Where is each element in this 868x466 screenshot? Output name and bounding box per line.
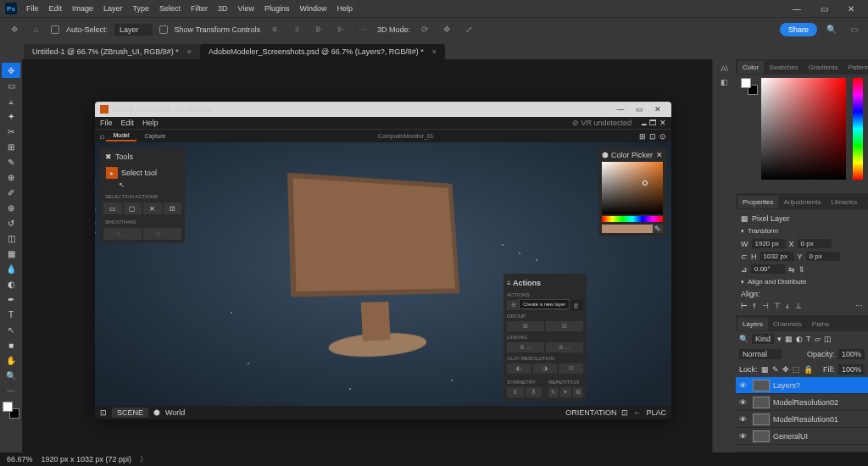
close-button[interactable]: ✕ <box>839 1 863 16</box>
menu-help[interactable]: Help <box>333 3 358 14</box>
edit-toolbar[interactable]: ⋯ <box>2 383 20 398</box>
crop-tool[interactable]: ✂ <box>2 124 20 139</box>
color-tab[interactable]: Color <box>737 61 764 74</box>
filter-icon[interactable]: ◐ <box>796 335 803 343</box>
eraser-tool[interactable]: ◫ <box>2 230 20 246</box>
channels-tab[interactable]: Channels <box>768 318 807 330</box>
color-swatch[interactable] <box>3 402 19 419</box>
lasso-tool[interactable]: ⟁ <box>2 93 20 108</box>
more-icon[interactable]: ⋯ <box>355 22 370 37</box>
zoom-level[interactable]: 66.67% <box>7 455 33 463</box>
x-input[interactable]: 0 px <box>798 239 832 248</box>
filter-icon[interactable]: ▱ <box>815 335 821 343</box>
home-icon[interactable]: ⌂ <box>29 22 44 37</box>
y-input[interactable]: 0 px <box>806 252 840 261</box>
wand-tool[interactable]: ✦ <box>2 108 20 124</box>
minimize-button[interactable]: — <box>785 1 809 16</box>
stamp-tool[interactable]: ⊛ <box>2 200 20 215</box>
history-tab[interactable]: History <box>862 196 868 208</box>
menu-window[interactable]: Window <box>296 3 331 14</box>
heal-tool[interactable]: ⊕ <box>2 169 20 185</box>
transform-section[interactable]: Transform <box>741 225 863 237</box>
align-icon[interactable]: ⊣ <box>762 302 769 310</box>
canvas[interactable]: Adobe Substance 3D Modeler — ▭ ✕ File Ed… <box>22 59 712 452</box>
align-icon[interactable]: ⊤ <box>774 302 781 310</box>
patterns-tab[interactable]: Patterns <box>843 61 869 74</box>
adjustments-tab[interactable]: Adjustments <box>778 196 826 208</box>
hue-slider[interactable] <box>853 78 863 180</box>
filter-icon[interactable]: T <box>806 335 811 343</box>
align-section[interactable]: Align and Distribute <box>741 275 863 288</box>
swatches-tab[interactable]: Swatches <box>764 61 804 74</box>
para-panel-icon[interactable]: ◧ <box>721 78 728 86</box>
share-button[interactable]: Share <box>780 23 817 36</box>
libraries-tab[interactable]: Libraries <box>826 196 863 208</box>
align-icon[interactable]: ⫰ <box>786 302 790 310</box>
maximize-button[interactable]: ▭ <box>812 1 836 16</box>
visibility-icon[interactable]: 👁 <box>739 432 749 441</box>
filter-kind[interactable]: Kind <box>752 334 774 344</box>
workspace-icon[interactable]: ▭ <box>846 22 861 37</box>
auto-select-dropdown[interactable]: Layer <box>114 24 153 36</box>
menu-plugins[interactable]: Plugins <box>260 3 294 14</box>
history-brush[interactable]: ↺ <box>2 215 20 230</box>
align-icon[interactable]: ⊥ <box>795 302 802 310</box>
menu-type[interactable]: Type <box>129 3 154 14</box>
hand-tool[interactable]: ✋ <box>2 352 20 368</box>
frame-tool[interactable]: ⊞ <box>2 139 20 154</box>
marquee-tool[interactable]: ▭ <box>2 78 20 93</box>
menu-filter[interactable]: Filter <box>186 3 212 14</box>
menu-edit[interactable]: Edit <box>45 3 67 14</box>
properties-tab[interactable]: Properties <box>737 196 778 208</box>
menu-3d[interactable]: 3D <box>214 3 232 14</box>
visibility-icon[interactable]: 👁 <box>739 381 749 390</box>
blend-mode[interactable]: Normal <box>739 349 782 359</box>
filter-icon[interactable]: ▦ <box>785 335 793 343</box>
move-tool[interactable]: ✥ <box>2 63 20 78</box>
menu-view[interactable]: View <box>234 3 259 14</box>
layers-tab[interactable]: Layers <box>737 318 768 330</box>
visibility-icon[interactable]: 👁 <box>739 415 749 424</box>
opacity-input[interactable]: 100% <box>838 349 865 359</box>
brush-tool[interactable]: ✐ <box>2 185 20 200</box>
menu-file[interactable]: File <box>22 3 43 14</box>
menu-select[interactable]: Select <box>155 3 185 14</box>
width-input[interactable]: 1920 px <box>752 239 786 248</box>
lock-icon[interactable]: ✥ <box>782 365 789 374</box>
filter-icon[interactable]: ◫ <box>824 335 832 343</box>
blur-tool[interactable]: 💧 <box>2 261 20 276</box>
link-icon[interactable]: ⊂ <box>741 252 748 261</box>
align-icon-2[interactable]: ⫴ <box>289 22 304 37</box>
color-field[interactable] <box>761 78 846 180</box>
doc-tab[interactable]: AdobeModeler_Screenshots.psd @ 66.7% (La… <box>200 44 445 59</box>
align-icon[interactable]: ≡ <box>267 22 282 37</box>
layer-row[interactable]: 👁ModelResolution02 <box>736 394 868 411</box>
close-tab-icon[interactable]: × <box>187 47 192 56</box>
layer-row[interactable]: 👁GeneralUI <box>736 428 868 445</box>
show-transform-check[interactable] <box>159 25 168 34</box>
doc-tab[interactable]: Untitled-1 @ 66.7% (ZBrush_UI, RGB/8#) *… <box>24 44 200 59</box>
align-icon[interactable]: ⫯ <box>753 302 757 310</box>
lock-icon[interactable]: 🔒 <box>804 365 813 374</box>
lock-icon[interactable]: ⬚ <box>793 365 800 374</box>
dodge-tool[interactable]: ◐ <box>2 276 20 291</box>
align-icon-3[interactable]: ⊪ <box>311 22 326 37</box>
fill-input[interactable]: 100% <box>838 364 865 374</box>
close-tab-icon[interactable]: × <box>432 47 437 56</box>
type-tool[interactable]: T <box>2 307 20 322</box>
char-panel-icon[interactable]: A\ <box>721 64 728 73</box>
visibility-icon[interactable]: 👁 <box>739 398 749 407</box>
menu-layer[interactable]: Layer <box>99 3 127 14</box>
path-tool[interactable]: ↖ <box>2 322 20 337</box>
lock-icon[interactable]: ✎ <box>772 365 779 374</box>
lock-icon[interactable]: ▦ <box>761 365 769 374</box>
gradient-tool[interactable]: ▦ <box>2 246 20 261</box>
menu-image[interactable]: Image <box>68 3 97 14</box>
angle-input[interactable]: 0.00° <box>751 264 785 274</box>
flip-v-icon[interactable]: ⥮ <box>798 265 805 274</box>
3d-icon-3[interactable]: ⤢ <box>461 22 476 37</box>
align-icon-4[interactable]: ⊩ <box>333 22 348 37</box>
more-icon[interactable]: ⋯ <box>855 302 863 310</box>
3d-icon[interactable]: ⟳ <box>417 22 432 37</box>
3d-icon-2[interactable]: ✥ <box>439 22 454 37</box>
